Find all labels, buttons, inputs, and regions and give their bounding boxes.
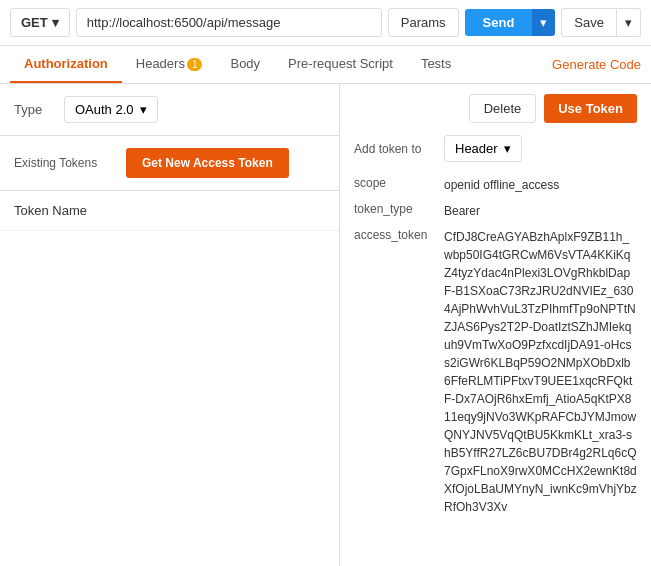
send-chevron-icon (540, 15, 547, 30)
generate-code-link[interactable]: Generate Code (552, 47, 641, 82)
tab-tests[interactable]: Tests (407, 46, 465, 83)
token-type-key: token_type (354, 202, 434, 220)
left-panel: Type OAuth 2.0 Existing Tokens Get New A… (0, 84, 340, 566)
params-button[interactable]: Params (388, 8, 459, 37)
content-area: Type OAuth 2.0 Existing Tokens Get New A… (0, 84, 651, 566)
send-button[interactable]: Send (465, 9, 533, 36)
add-token-select[interactable]: Header (444, 135, 522, 162)
type-chevron-icon (140, 102, 147, 117)
url-input[interactable] (76, 8, 382, 37)
token-type-field-row: token_type Bearer (354, 202, 637, 220)
type-value: OAuth 2.0 (75, 102, 134, 117)
scope-key: scope (354, 176, 434, 194)
save-group: Save (561, 8, 641, 37)
method-label: GET (21, 15, 48, 30)
save-dropdown-button[interactable] (617, 8, 641, 37)
type-select[interactable]: OAuth 2.0 (64, 96, 158, 123)
access-token-field-row: access_token CfDJ8CreAGYABzhAplxF9ZB11h_… (354, 228, 637, 516)
token-name-row: Token Name (0, 191, 339, 231)
scope-value: openid offline_access (444, 176, 637, 194)
method-selector[interactable]: GET (10, 8, 70, 37)
save-button[interactable]: Save (561, 8, 617, 37)
existing-tokens-row: Existing Tokens Get New Access Token (0, 136, 339, 191)
delete-button[interactable]: Delete (469, 94, 537, 123)
type-row: Type OAuth 2.0 (0, 84, 339, 136)
tab-bar: Authorization Headers1 Body Pre-request … (0, 46, 651, 84)
token-type-value: Bearer (444, 202, 637, 220)
token-name-label: Token Name (14, 203, 87, 218)
type-label: Type (14, 102, 54, 117)
tab-authorization[interactable]: Authorization (10, 46, 122, 83)
use-token-button[interactable]: Use Token (544, 94, 637, 123)
get-new-access-token-button[interactable]: Get New Access Token (126, 148, 289, 178)
tab-headers[interactable]: Headers1 (122, 46, 217, 83)
headers-badge: 1 (187, 58, 203, 71)
send-dropdown-button[interactable] (532, 9, 555, 36)
right-actions: Delete Use Token (354, 94, 637, 123)
tab-pre-request-script[interactable]: Pre-request Script (274, 46, 407, 83)
scope-field-row: scope openid offline_access (354, 176, 637, 194)
add-token-row: Add token to Header (354, 135, 637, 162)
save-chevron-icon (625, 15, 632, 30)
add-token-chevron-icon (504, 141, 511, 156)
add-token-label: Add token to (354, 142, 434, 156)
right-panel: Delete Use Token Add token to Header sco… (340, 84, 651, 566)
top-bar: GET Params Send Save (0, 0, 651, 46)
send-group: Send (465, 9, 556, 36)
method-dropdown-icon (52, 15, 59, 30)
access-token-key: access_token (354, 228, 434, 516)
tab-body[interactable]: Body (216, 46, 274, 83)
existing-tokens-label: Existing Tokens (14, 156, 114, 170)
access-token-value: CfDJ8CreAGYABzhAplxF9ZB11h_wbp50IG4tGRCw… (444, 228, 637, 516)
add-token-value: Header (455, 141, 498, 156)
